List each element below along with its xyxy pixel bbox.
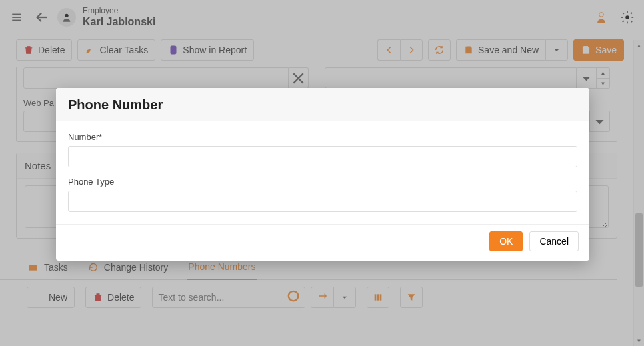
phone-type-field: Phone Type [68,177,577,212]
ok-label: OK [499,236,513,247]
cancel-button[interactable]: Cancel [529,231,579,251]
modal-title: Phone Number [56,88,589,121]
cancel-label: Cancel [539,236,569,247]
ok-button[interactable]: OK [489,231,523,251]
number-input[interactable] [68,146,577,167]
phone-number-modal: Phone Number Number* Phone Type OK Cance… [56,88,589,261]
number-field: Number* [68,132,577,167]
phone-type-label: Phone Type [68,177,577,187]
number-label: Number* [68,132,577,142]
phone-type-input[interactable] [68,191,577,212]
